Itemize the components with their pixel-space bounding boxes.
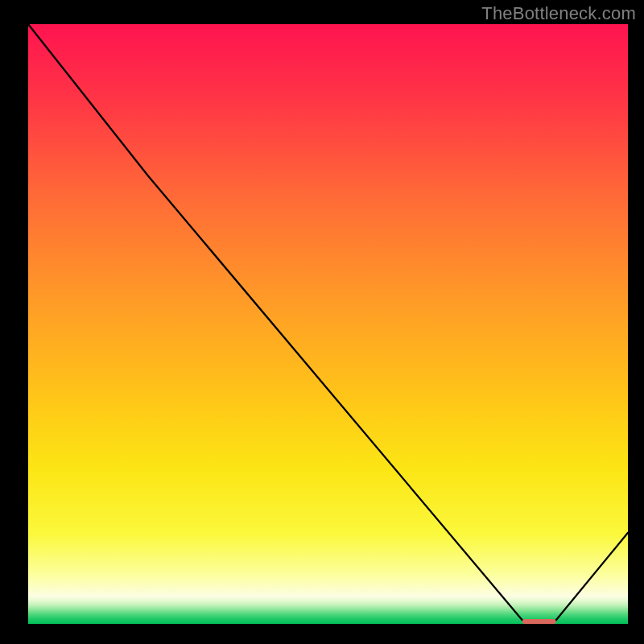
attribution-text: TheBottleneck.com	[481, 3, 636, 24]
chart-svg	[0, 0, 644, 644]
bottleneck-chart: TheBottleneck.com	[0, 0, 644, 644]
plot-background	[28, 24, 628, 624]
bottleneck-marker	[522, 619, 556, 624]
